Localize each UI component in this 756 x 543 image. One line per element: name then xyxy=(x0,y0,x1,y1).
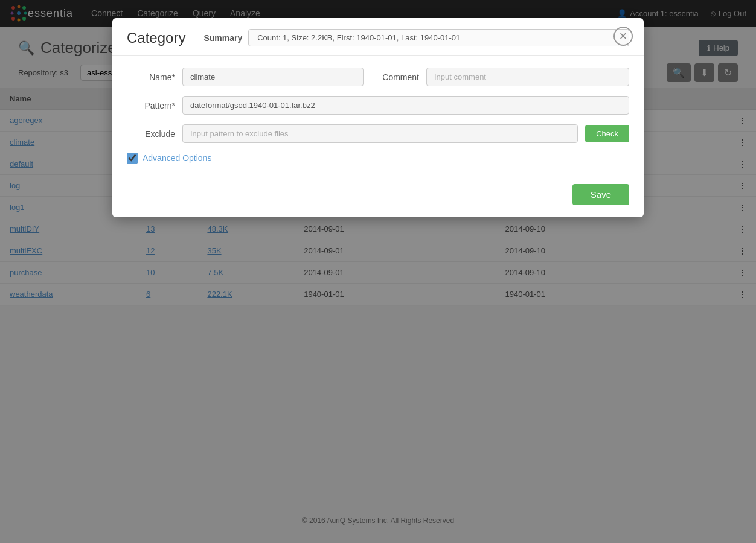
summary-value: Count: 1, Size: 2.2KB, First: 1940-01-01… xyxy=(248,29,629,46)
comment-label: Comment xyxy=(371,72,419,82)
advanced-options-label: Advanced Options xyxy=(143,153,211,163)
pattern-label: Pattern* xyxy=(127,101,175,110)
modal-title: Category xyxy=(127,30,185,46)
save-button[interactable]: Save xyxy=(572,184,629,205)
modal-header: Category Summary Count: 1, Size: 2.2KB, … xyxy=(112,18,644,56)
name-label: Name* xyxy=(127,72,175,82)
modal-overlay: Category Summary Count: 1, Size: 2.2KB, … xyxy=(0,0,756,543)
pattern-input[interactable] xyxy=(182,96,629,115)
exclude-label: Exclude xyxy=(127,129,175,139)
exclude-row: Exclude Check xyxy=(127,124,629,143)
check-button[interactable]: Check xyxy=(585,125,629,142)
pattern-row: Pattern* xyxy=(127,96,629,115)
exclude-input[interactable] xyxy=(182,124,578,143)
modal-footer: Save xyxy=(112,176,644,217)
advanced-options-checkbox[interactable] xyxy=(127,153,138,164)
name-input[interactable] xyxy=(182,68,364,86)
category-modal: Category Summary Count: 1, Size: 2.2KB, … xyxy=(112,18,644,217)
name-comment-row: Name* Comment xyxy=(127,68,629,86)
modal-close-button[interactable]: × xyxy=(613,27,633,46)
advanced-options[interactable]: Advanced Options xyxy=(127,153,629,164)
comment-input[interactable] xyxy=(426,68,629,86)
modal-body: Name* Comment Pattern* Exclude Check Adv… xyxy=(112,56,644,176)
summary-label: Summary xyxy=(203,33,242,43)
